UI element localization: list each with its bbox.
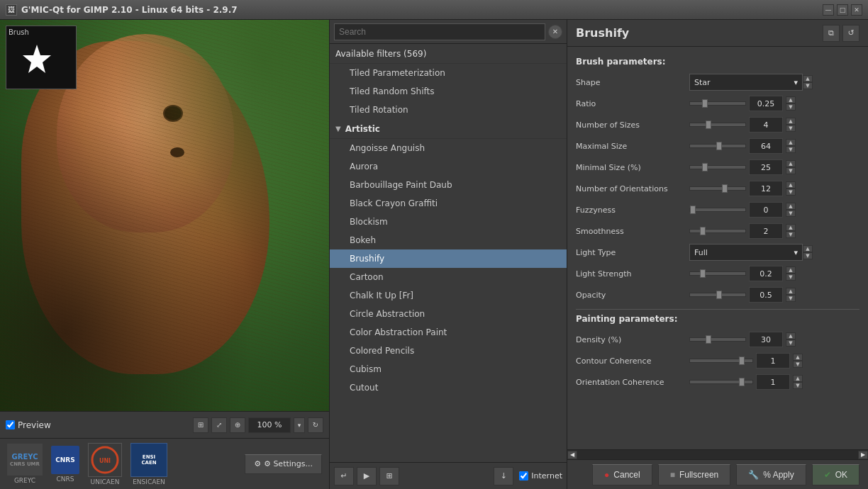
fuzzyness-down[interactable]: ▼: [786, 210, 796, 217]
light-type-down[interactable]: ▼: [803, 252, 813, 259]
smoothness-slider-track[interactable]: [689, 229, 746, 233]
filter-item-black-crayon[interactable]: Black Crayon Graffiti: [330, 194, 567, 213]
fuzzyness-slider-track[interactable]: [689, 208, 746, 212]
minimal-size-up[interactable]: ▲: [786, 160, 796, 167]
orientation-coherence-slider-track[interactable]: [689, 380, 753, 384]
orientations-slider-track[interactable]: [689, 186, 746, 191]
shape-up[interactable]: ▲: [803, 75, 813, 82]
orientation-coherence-thumb[interactable]: [739, 378, 745, 386]
minimize-button[interactable]: —: [823, 4, 834, 16]
opacity-down[interactable]: ▼: [786, 295, 796, 302]
filter-item-tiled-parameterization[interactable]: Tiled Parameterization: [330, 64, 567, 82]
ratio-down[interactable]: ▼: [786, 103, 796, 111]
zoom-reset-button[interactable]: ⤢: [211, 417, 227, 433]
params-reset-button[interactable]: ↺: [842, 25, 859, 42]
filter-item-circle-abstraction[interactable]: Circle Abstraction: [330, 305, 567, 323]
filter-item-barbouillage[interactable]: Barbouillage Paint Daub: [330, 176, 567, 194]
zoom-dropdown-button[interactable]: ▾: [294, 417, 305, 433]
number-of-sizes-thumb[interactable]: [706, 120, 711, 129]
smoothness-down[interactable]: ▼: [786, 231, 796, 238]
zoom-refresh-button[interactable]: ↻: [308, 417, 323, 433]
filter-item-cubism[interactable]: Cubism: [330, 360, 567, 378]
light-strength-thumb[interactable]: [700, 269, 706, 278]
light-strength-spinner[interactable]: ▲ ▼: [786, 266, 796, 281]
number-of-sizes-down[interactable]: ▼: [786, 125, 796, 132]
internet-check-area[interactable]: Internet: [519, 471, 562, 480]
contour-coherence-up[interactable]: ▲: [793, 354, 803, 361]
light-type-select[interactable]: Full ▾: [689, 244, 803, 261]
minimal-size-spinner[interactable]: ▲ ▼: [786, 160, 796, 174]
opacity-spinner[interactable]: ▲ ▼: [786, 288, 796, 302]
filter-action-4-button[interactable]: ↓: [494, 467, 513, 485]
ratio-up[interactable]: ▲: [786, 96, 796, 103]
orientations-thumb[interactable]: [722, 184, 728, 193]
filter-item-colored-pencils[interactable]: Colored Pencils: [330, 342, 567, 360]
maximal-size-thumb[interactable]: [716, 142, 722, 150]
filter-item-cartoon[interactable]: Cartoon: [330, 268, 567, 286]
contour-coherence-thumb[interactable]: [739, 356, 745, 365]
light-type-up[interactable]: ▲: [803, 245, 813, 252]
filter-item-angoisse-anguish[interactable]: Angoisse Anguish: [330, 139, 567, 157]
search-input[interactable]: [334, 23, 545, 40]
opacity-thumb[interactable]: [716, 291, 722, 299]
filter-item-cutout[interactable]: Cutout: [330, 378, 567, 397]
filter-item-brushify[interactable]: Brushify: [330, 249, 567, 268]
ok-button[interactable]: ✔ OK: [812, 464, 859, 485]
smoothness-up[interactable]: ▲: [786, 224, 796, 231]
ratio-slider-track[interactable]: [689, 101, 746, 106]
orientations-spinner[interactable]: ▲ ▼: [786, 181, 796, 196]
close-button[interactable]: ✕: [851, 4, 862, 16]
opacity-slider-track[interactable]: [689, 293, 746, 297]
density-spinner[interactable]: ▲ ▼: [786, 332, 796, 347]
contour-coherence-slider-track[interactable]: [689, 359, 753, 363]
internet-checkbox[interactable]: [519, 471, 528, 480]
shape-select[interactable]: Star ▾: [689, 74, 803, 91]
contour-coherence-down[interactable]: ▼: [793, 361, 803, 368]
smoothness-thumb[interactable]: [700, 227, 706, 235]
params-copy-button[interactable]: ⧉: [823, 25, 840, 42]
number-of-sizes-slider-track[interactable]: [689, 123, 746, 127]
ratio-slider-thumb[interactable]: [702, 99, 708, 108]
orientations-up[interactable]: ▲: [786, 181, 796, 189]
maximize-button[interactable]: □: [837, 4, 848, 16]
window-controls[interactable]: — □ ✕: [823, 4, 862, 16]
minimal-size-slider-track[interactable]: [689, 165, 746, 169]
filter-item-blockism[interactable]: Blockism: [330, 213, 567, 231]
filter-item-color-abstraction[interactable]: Color Abstraction Paint: [330, 323, 567, 342]
fuzzyness-up[interactable]: ▲: [786, 203, 796, 210]
number-of-sizes-spinner[interactable]: ▲ ▼: [786, 118, 796, 132]
zoom-in-button[interactable]: ⊕: [230, 417, 245, 433]
minimal-size-down[interactable]: ▼: [786, 167, 796, 174]
density-up[interactable]: ▲: [786, 332, 796, 339]
opacity-up[interactable]: ▲: [786, 288, 796, 295]
filter-item-tiled-random-shifts[interactable]: Tiled Random Shifts: [330, 82, 567, 101]
filter-action-1-button[interactable]: ↵: [334, 467, 354, 485]
scroll-right-button[interactable]: ▶: [858, 451, 868, 459]
maximal-size-spinner[interactable]: ▲ ▼: [786, 139, 796, 153]
apply-button[interactable]: 🔧 % Apply: [736, 464, 806, 485]
orientation-coherence-spinner[interactable]: ▲ ▼: [793, 375, 803, 389]
light-type-spinner[interactable]: ▲ ▼: [803, 245, 813, 259]
light-strength-up[interactable]: ▲: [786, 266, 796, 274]
fuzzyness-thumb[interactable]: [690, 206, 696, 214]
light-strength-slider-track[interactable]: [689, 271, 746, 276]
ratio-spinner[interactable]: ▲ ▼: [786, 96, 796, 111]
fullscreen-button[interactable]: ■ Fullscreen: [658, 464, 731, 485]
filter-category-artistic[interactable]: ▼ Artistic: [330, 119, 567, 139]
maximal-size-down[interactable]: ▼: [786, 146, 796, 153]
orientation-coherence-down[interactable]: ▼: [793, 382, 803, 389]
filter-action-2-button[interactable]: ▶: [357, 467, 377, 485]
filter-item-chalk-it-up[interactable]: Chalk It Up [Fr]: [330, 286, 567, 305]
maximal-size-up[interactable]: ▲: [786, 139, 796, 146]
smoothness-spinner[interactable]: ▲ ▼: [786, 224, 796, 238]
density-thumb[interactable]: [706, 335, 711, 344]
fuzzyness-spinner[interactable]: ▲ ▼: [786, 203, 796, 217]
scroll-left-button[interactable]: ◀: [567, 451, 577, 459]
density-down[interactable]: ▼: [786, 339, 796, 347]
filter-action-3-button[interactable]: ⊞: [379, 467, 399, 485]
filter-item-tiled-rotation[interactable]: Tiled Rotation: [330, 101, 567, 119]
preview-checkbox[interactable]: [6, 420, 15, 429]
minimal-size-thumb[interactable]: [702, 163, 708, 172]
cancel-button[interactable]: ● Cancel: [592, 464, 652, 485]
density-slider-track[interactable]: [689, 337, 746, 342]
